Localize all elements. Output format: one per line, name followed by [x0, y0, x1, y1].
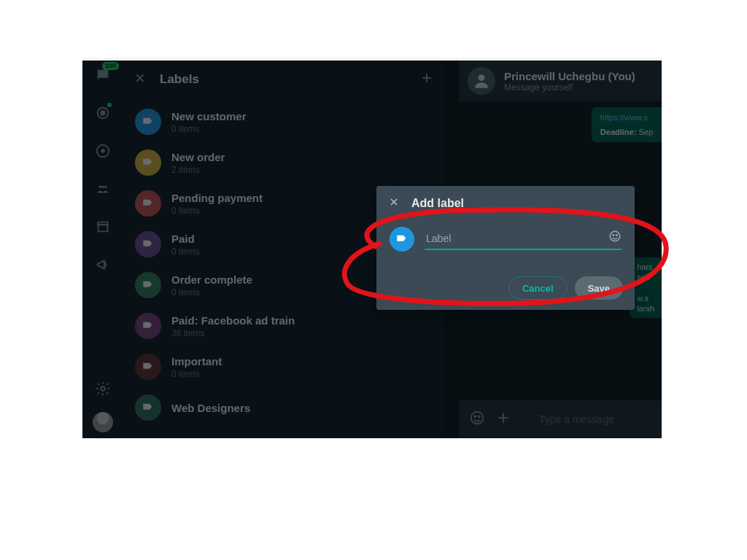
label-name: Web Designers [171, 402, 250, 414]
label-item-count: 38 items [171, 328, 295, 338]
label-name: Paid [171, 233, 200, 245]
label-row[interactable]: Paid: Facebook ad train38 items [123, 306, 444, 346]
svg-point-8 [101, 386, 105, 391]
label-name: Pending payment [171, 192, 263, 204]
deadline-label: Deadline: [600, 128, 637, 136]
modal-close-icon[interactable] [388, 196, 400, 211]
attach-icon[interactable] [495, 410, 511, 429]
svg-point-3 [101, 149, 105, 153]
tag-icon [135, 313, 161, 339]
svg-point-11 [474, 416, 476, 417]
cancel-button[interactable]: Cancel [508, 276, 568, 300]
svg-point-10 [471, 412, 484, 424]
svg-point-4 [99, 185, 102, 188]
label-row[interactable]: Important0 items [123, 346, 444, 387]
label-name: Order complete [171, 273, 252, 286]
nav-rail: 100 [82, 61, 123, 438]
settings-icon[interactable] [93, 378, 113, 399]
tag-icon [135, 354, 161, 380]
label-item-count: 0 items [171, 246, 200, 257]
chat-title: Princewill Uchegbu (You) [504, 70, 635, 82]
svg-point-14 [613, 235, 614, 236]
label-item-count: 0 items [171, 287, 252, 298]
label-name-input[interactable] [425, 228, 622, 250]
ads-icon[interactable] [93, 254, 113, 275]
label-name: Important [171, 355, 222, 368]
message-bubble[interactable]: https://www.s Deadline: Sep [592, 107, 662, 142]
tag-icon [135, 394, 161, 421]
modal-title: Add label [411, 197, 464, 210]
label-row[interactable]: New customer0 items [123, 101, 444, 142]
status-dot [107, 103, 112, 107]
deadline-value: Sep [638, 128, 653, 136]
label-name: Paid: Facebook ad train [171, 314, 295, 327]
svg-point-9 [479, 74, 485, 81]
message-link: https://www.s [600, 113, 653, 122]
store-icon[interactable] [93, 217, 113, 237]
status-icon[interactable] [93, 103, 113, 123]
tag-icon [135, 272, 161, 298]
input-emoji-icon[interactable] [608, 230, 622, 246]
chat-subtitle: Message yourself [504, 82, 635, 93]
tag-icon [135, 109, 161, 135]
close-icon[interactable] [133, 71, 147, 88]
tag-icon [135, 231, 161, 257]
label-item-count: 0 items [171, 369, 222, 379]
labels-title: Labels [160, 72, 406, 87]
label-color-picker[interactable] [390, 227, 414, 252]
compose-placeholder[interactable]: Type a message [539, 413, 614, 425]
svg-point-12 [479, 416, 480, 417]
profile-avatar[interactable] [93, 412, 113, 432]
tag-icon [135, 149, 161, 176]
chats-icon[interactable]: 100 [93, 65, 113, 85]
svg-point-15 [616, 235, 618, 236]
add-label-icon[interactable] [419, 71, 434, 88]
save-button[interactable]: Save [575, 276, 623, 300]
communities-icon[interactable] [93, 179, 113, 199]
label-item-count: 2 items [171, 165, 225, 175]
unread-badge: 100 [102, 62, 119, 70]
label-item-count: 0 items [171, 206, 263, 216]
label-name: New order [171, 151, 225, 163]
svg-point-6 [101, 185, 104, 188]
app-container: 100 Labels [82, 61, 662, 438]
label-row[interactable]: New order2 items [123, 142, 444, 183]
svg-point-13 [610, 231, 620, 241]
svg-point-1 [101, 111, 105, 115]
label-item-count: 0 items [171, 124, 247, 134]
add-label-modal: Add label Cancel Save [376, 186, 635, 310]
svg-point-5 [104, 185, 107, 188]
label-row[interactable]: Web Designers [123, 387, 444, 428]
tag-icon [135, 190, 161, 217]
compose-bar: Type a message [459, 400, 662, 438]
chat-avatar [468, 67, 495, 95]
svg-rect-7 [98, 225, 108, 231]
channels-icon[interactable] [93, 141, 113, 161]
chat-header[interactable]: Princewill Uchegbu (You) Message yoursel… [459, 61, 662, 101]
label-name: New customer [171, 110, 247, 122]
labels-header: Labels [123, 61, 444, 98]
emoji-icon[interactable] [469, 410, 485, 429]
